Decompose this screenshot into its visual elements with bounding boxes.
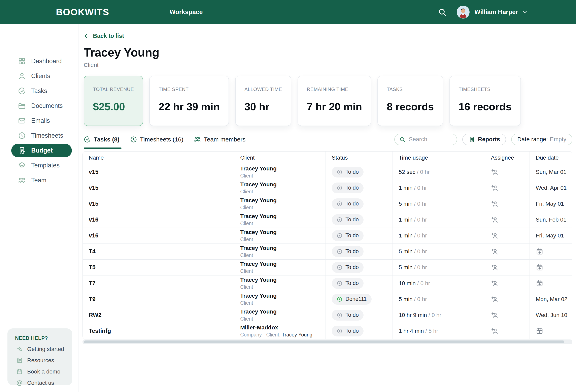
help-title: NEED HELP? (15, 335, 68, 341)
due-date: Fri, May 01 (536, 201, 564, 207)
help-item-resources[interactable]: Resources (15, 357, 68, 364)
table-row[interactable]: v16 Tracey Young Client To do 1 min / 0 … (83, 212, 572, 228)
horizontal-scrollbar[interactable] (83, 339, 572, 344)
radio-icon (337, 201, 343, 207)
person-add-icon[interactable] (491, 248, 498, 255)
task-assignee-cell (485, 196, 529, 212)
table-row[interactable]: v16 Tracey Young Client To do 1 min / 0 … (83, 228, 572, 243)
at-icon (16, 380, 23, 386)
status-badge[interactable]: To do (332, 198, 364, 209)
person-add-icon[interactable] (491, 216, 498, 224)
help-item-book-a-demo[interactable]: Book a demo (15, 368, 68, 375)
task-name: v16 (83, 228, 234, 243)
task-name: v15 (83, 164, 234, 180)
person-add-icon[interactable] (491, 264, 498, 271)
radio-icon (337, 248, 343, 255)
calendar-plus-icon[interactable] (536, 327, 543, 335)
table-row[interactable]: T7 Tracey Young Client To do 10 min / 0 … (83, 275, 572, 291)
status-badge[interactable]: Done111 (332, 294, 372, 305)
person-add-icon[interactable] (491, 200, 498, 208)
help-item-contact-us[interactable]: Contact us (15, 380, 68, 386)
client-type: Company · Client: Tracey Young (240, 332, 313, 338)
task-assignee-cell (485, 260, 529, 275)
time-quota: / 0 hr (427, 312, 441, 318)
sidebar-item-team[interactable]: Team (11, 174, 72, 187)
task-assignee-cell (485, 291, 529, 307)
status-badge[interactable]: To do (332, 246, 364, 257)
avatar[interactable] (457, 6, 470, 19)
status-badge[interactable]: To do (332, 167, 364, 178)
calendar-plus-icon[interactable] (536, 248, 543, 255)
status-badge[interactable]: To do (332, 278, 364, 289)
sidebar-item-timesheets[interactable]: Timesheets (11, 129, 72, 143)
user-name[interactable]: William Harper (474, 8, 518, 16)
tab-team-members[interactable]: Team members (194, 135, 246, 144)
reports-label: Reports (478, 136, 500, 143)
stat-card-tasks[interactable]: TASKS 8 records (377, 76, 443, 126)
calendar-plus-icon[interactable] (536, 264, 543, 271)
sidebar-item-dashboard[interactable]: Dashboard (11, 54, 72, 68)
table-row[interactable]: RW2 Tracey Young Client To do 10 hr 9 mi… (83, 307, 572, 323)
task-client: Miller-Maddox Company · Client: Tracey Y… (234, 323, 325, 339)
table-row[interactable]: v15 Tracey Young Client To do 1 min / 0 … (83, 180, 572, 196)
stat-card-allowed-time[interactable]: ALLOWED TIME 30 hr (235, 76, 291, 126)
search-field[interactable] (394, 134, 457, 145)
status-badge[interactable]: To do (332, 310, 364, 321)
search-icon[interactable] (438, 8, 447, 17)
status-badge[interactable]: To do (332, 182, 364, 193)
stat-card-remaining-time[interactable]: REMAINING TIME 7 hr 20 min (298, 76, 371, 126)
sidebar-item-emails[interactable]: Emails (11, 114, 72, 128)
stat-card-total-revenue[interactable]: TOTAL REVENUE $25.00 (84, 76, 143, 126)
table-row[interactable]: T5 Tracey Young Client To do 5 min / 0 h… (83, 259, 572, 275)
status-badge[interactable]: To do (332, 230, 364, 241)
sidebar-item-clients[interactable]: Clients (11, 69, 72, 83)
status-badge[interactable]: To do (332, 262, 364, 273)
stat-card-time-spent[interactable]: TIME SPENT 22 hr 39 min (149, 76, 229, 126)
column-header-client: Client (234, 151, 325, 164)
reports-button[interactable]: Reports (462, 134, 506, 145)
table-row[interactable]: Testinfg Miller-Maddox Company · Client:… (83, 323, 572, 339)
task-time-usage: 10 min / 0 hr (393, 275, 485, 291)
back-to-list-link[interactable]: Back to list (84, 32, 124, 39)
client-type: Client (240, 236, 253, 242)
status-badge[interactable]: To do (332, 214, 364, 225)
person-add-icon[interactable] (491, 279, 498, 287)
table-row[interactable]: v15 Tracey Young Client To do 52 sec / 0… (83, 164, 572, 180)
sidebar-item-budget[interactable]: Budget (11, 144, 72, 157)
stat-card-timesheets[interactable]: TIMESHEETS 16 records (449, 76, 521, 126)
task-due-date-cell: Sun, Feb 01 (529, 212, 572, 228)
tab-tasks-8[interactable]: Tasks (8) (84, 135, 120, 144)
help-item-getting-started[interactable]: Getting started (15, 346, 68, 352)
person-add-icon[interactable] (491, 168, 498, 176)
tab-timesheets-16[interactable]: Timesheets (16) (130, 135, 184, 144)
status-label: To do (346, 312, 359, 318)
table-row[interactable]: v15 Tracey Young Client To do 5 min / 0 … (83, 196, 572, 212)
sidebar-item-templates[interactable]: Templates (11, 159, 72, 172)
status-badge[interactable]: To do (332, 326, 364, 336)
sidebar-item-tasks[interactable]: Tasks (11, 84, 72, 98)
person-add-icon[interactable] (491, 184, 498, 192)
sidebar-item-documents[interactable]: Documents (11, 99, 72, 113)
column-header-status: Status (325, 151, 393, 164)
task-status-cell: To do (325, 228, 393, 243)
person-add-icon[interactable] (491, 232, 498, 240)
status-label: To do (346, 185, 359, 191)
calendar-plus-icon[interactable] (536, 279, 543, 287)
task-time-usage: 1 min / 0 hr (393, 228, 485, 243)
scrollbar-thumb[interactable] (84, 340, 564, 343)
person-add-icon[interactable] (491, 327, 498, 335)
time-quota: / 0 hr (412, 216, 427, 223)
table-row[interactable]: T4 Tracey Young Client To do 5 min / 0 h… (83, 243, 572, 259)
search-input[interactable] (409, 136, 453, 143)
person-add-icon[interactable] (491, 311, 498, 319)
workspace-label: Workspace (170, 8, 203, 16)
date-range-button[interactable]: Date range: Empty (511, 134, 572, 145)
stat-label: TASKS (387, 87, 434, 92)
task-assignee-cell (485, 212, 529, 228)
chevron-down-icon[interactable] (521, 9, 528, 15)
person-add-icon[interactable] (491, 295, 498, 303)
table-row[interactable]: T9 Tracey Young Client Done111 5 min / 0… (83, 291, 572, 307)
sparkles-icon (16, 346, 23, 352)
task-status-cell: To do (325, 196, 393, 212)
client-name: Tracey Young (240, 308, 277, 315)
